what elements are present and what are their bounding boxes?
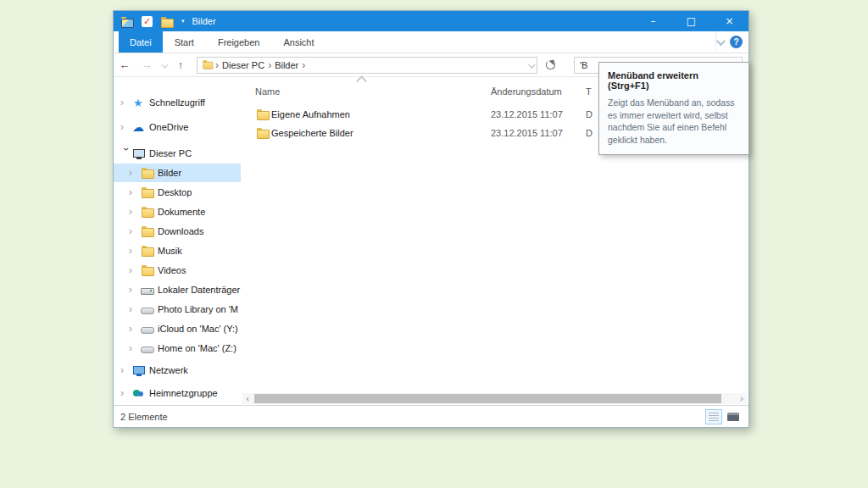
sidebar-item-heimnetzgruppe[interactable]: › Heimnetzgruppe (114, 384, 241, 402)
desktop-folder-icon (141, 187, 154, 198)
titlebar[interactable]: ▾ Bilder – □ × (114, 11, 748, 31)
quick-access-star-icon (132, 97, 146, 108)
help-icon[interactable]: ? (730, 36, 743, 48)
scrollbar-thumb[interactable] (254, 394, 721, 403)
ribbon-tab-row: Datei Start Freigeben Ansicht ? (114, 31, 748, 53)
videos-folder-icon (141, 265, 154, 276)
ribbon-tooltip: Menüband erweitern (Strg+F1) Zeigt das M… (598, 62, 749, 155)
sidebar-item-onedrive[interactable]: › OneDrive (114, 118, 241, 136)
scrollbar-track[interactable] (253, 393, 737, 404)
network-drive-icon (141, 343, 154, 354)
breadcrumb-dieser-pc[interactable]: Dieser PC (220, 60, 267, 70)
sidebar-item-dieser-pc[interactable]: › Dieser PC (114, 144, 241, 163)
network-icon (132, 365, 146, 376)
chevron-right-icon[interactable]: › (129, 324, 141, 333)
local-disk-icon (141, 285, 154, 296)
crumb-separator: › (301, 59, 306, 71)
status-bar: 2 Elemente (114, 405, 748, 427)
sidebar-item-photo-library[interactable]: › Photo Library on 'M (114, 300, 241, 319)
chevron-right-icon[interactable]: › (120, 123, 132, 131)
desktop-background: ▾ Bilder – □ × Datei Start Freigeben Ans… (0, 0, 868, 488)
properties-icon[interactable] (142, 16, 153, 27)
sidebar-item-icloud[interactable]: › iCloud on 'Mac' (Y:) (114, 319, 241, 338)
chevron-right-icon[interactable]: › (120, 98, 132, 107)
sidebar-item-musik[interactable]: › Musik (114, 241, 241, 260)
chevron-right-icon[interactable]: › (120, 366, 132, 374)
up-icon[interactable]: ↑ (170, 58, 192, 71)
refresh-icon[interactable] (545, 59, 556, 70)
pictures-folder-icon (141, 168, 154, 179)
chevron-right-icon[interactable]: › (129, 169, 141, 177)
details-view-icon (709, 413, 719, 421)
tooltip-title: Menüband erweitern (Strg+F1) (608, 70, 740, 91)
documents-folder-icon (141, 207, 154, 218)
address-dropdown-icon[interactable] (528, 60, 533, 70)
sidebar-item-home-mac[interactable]: › Home on 'Mac' (Z:) (114, 339, 241, 358)
sidebar-item-dokumente[interactable]: › Dokumente (114, 202, 241, 221)
breadcrumb-bilder[interactable]: Bilder (272, 60, 301, 70)
downloads-folder-icon (141, 226, 154, 237)
explorer-window: ▾ Bilder – □ × Datei Start Freigeben Ans… (113, 10, 749, 428)
search-text: 'B (580, 60, 587, 70)
chevron-down-icon[interactable]: › (122, 147, 131, 159)
column-header-modified[interactable]: Änderungsdatum (491, 86, 562, 97)
network-drive-icon (141, 324, 154, 335)
sidebar-item-videos[interactable]: › Videos (114, 261, 241, 280)
sidebar-item-bilder[interactable]: › Bilder (114, 164, 241, 182)
homegroup-icon (132, 388, 146, 399)
close-button[interactable]: × (710, 11, 748, 31)
navigation-pane: › Schnellzugriff › OneDrive › Dieser PC … (114, 77, 241, 405)
chevron-right-icon[interactable]: › (129, 227, 141, 236)
sidebar-item-lokaler-datentraeger[interactable]: › Lokaler Datenträger (114, 280, 241, 299)
computer-icon (132, 148, 146, 159)
tab-ansicht[interactable]: Ansicht (271, 31, 326, 53)
chevron-right-icon[interactable]: › (129, 344, 141, 352)
minimize-button[interactable]: – (634, 11, 672, 31)
column-header-name[interactable]: Name (255, 86, 280, 97)
chevron-right-icon[interactable]: › (129, 305, 141, 313)
address-folder-icon (203, 60, 214, 69)
back-icon[interactable]: ← (114, 58, 136, 71)
quick-access-toolbar: ▾ (114, 16, 185, 27)
address-bar[interactable]: › Dieser PC › Bilder › (197, 57, 537, 74)
tab-datei[interactable]: Datei (119, 31, 163, 53)
new-folder-icon[interactable] (161, 16, 173, 27)
explorer-icon (121, 16, 133, 27)
sidebar-item-schnellzugriff[interactable]: › Schnellzugriff (114, 93, 241, 112)
window-controls: – □ × (634, 11, 748, 31)
chevron-right-icon[interactable]: › (129, 286, 141, 294)
horizontal-scrollbar[interactable]: ‹ › (242, 393, 747, 404)
chevron-right-icon[interactable]: › (129, 266, 141, 274)
window-title: Bilder (192, 16, 216, 26)
column-header-type[interactable]: T (586, 86, 592, 97)
qat-dropdown-icon[interactable]: ▾ (181, 18, 185, 25)
expand-ribbon-icon[interactable] (716, 36, 726, 45)
tooltip-body: Zeigt das Menüband an, sodass es immer e… (608, 97, 740, 147)
folder-icon (256, 109, 270, 120)
recent-locations-icon[interactable] (158, 58, 170, 71)
music-folder-icon (141, 246, 154, 257)
network-drive-icon (141, 304, 154, 315)
scroll-right-icon[interactable]: › (737, 393, 747, 404)
forward-icon[interactable]: → (136, 58, 158, 71)
items-count: 2 Elemente (120, 412, 168, 422)
onedrive-cloud-icon (132, 122, 146, 133)
tab-start[interactable]: Start (163, 31, 206, 53)
chevron-right-icon[interactable]: › (129, 188, 141, 197)
view-switcher (705, 409, 742, 424)
details-view-button[interactable] (705, 409, 722, 424)
maximize-button[interactable]: □ (672, 11, 710, 31)
thumbnails-view-icon (727, 413, 739, 421)
scroll-left-icon[interactable]: ‹ (242, 393, 253, 404)
chevron-right-icon[interactable]: › (129, 208, 141, 216)
thumbnails-view-button[interactable] (725, 409, 742, 424)
sidebar-item-downloads[interactable]: › Downloads (114, 222, 241, 241)
chevron-right-icon[interactable]: › (120, 389, 132, 397)
ribbon-right-controls: ? (715, 31, 748, 53)
sidebar-item-desktop[interactable]: › Desktop (114, 183, 241, 202)
tab-freigeben[interactable]: Freigeben (206, 31, 272, 53)
sidebar-item-netzwerk[interactable]: › Netzwerk (114, 361, 241, 380)
folder-icon (256, 128, 270, 139)
chevron-right-icon[interactable]: › (129, 247, 141, 255)
